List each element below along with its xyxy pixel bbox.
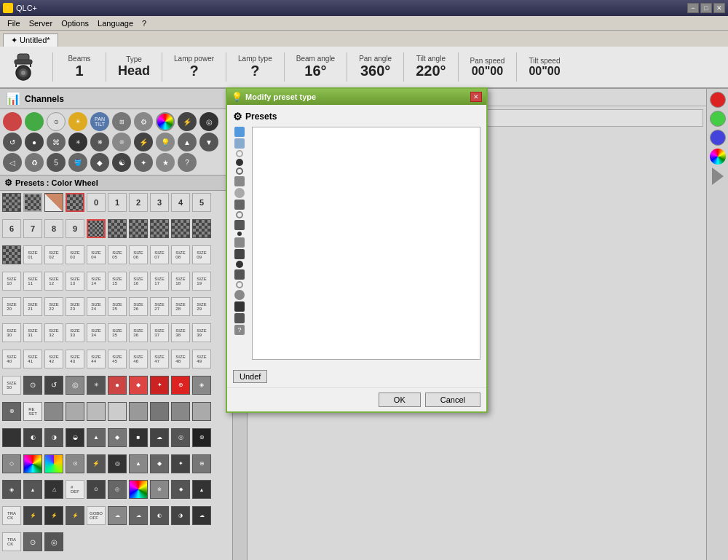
dialog-icon-strip: ? xyxy=(233,127,246,360)
dialog-close-button[interactable]: ✕ xyxy=(470,92,482,102)
dialog-strip-icon-20[interactable]: ? xyxy=(234,325,245,335)
dialog-strip-icon-11[interactable] xyxy=(237,232,242,236)
modify-preset-dialog: 💡 Modify preset type ✕ ⚙ Presets xyxy=(226,87,488,413)
dialog-strip-icon-4[interactable] xyxy=(236,159,243,166)
dialog-strip-icon-13[interactable] xyxy=(234,249,245,259)
dialog-strip-icon-9[interactable] xyxy=(236,211,243,218)
dialog-title-left: 💡 Modify preset type xyxy=(232,92,316,102)
dialog-buttons: OK Cancel xyxy=(227,387,486,411)
dialog-content-area: ⚙ Presets xyxy=(227,105,486,366)
dialog-strip-icon-5[interactable] xyxy=(236,167,243,175)
dialog-strip-icon-15[interactable] xyxy=(234,269,245,280)
dialog-strip-icon-16[interactable] xyxy=(236,281,243,288)
dialog-strip-icon-7[interactable] xyxy=(234,188,245,198)
dialog-presets-header: ⚙ Presets xyxy=(233,111,480,122)
dialog-strip-icon-3[interactable] xyxy=(236,150,243,157)
dialog-strip-icon-18[interactable] xyxy=(234,301,245,312)
dialog-presets-label: Presets xyxy=(245,111,277,122)
dialog-strip-icon-6[interactable] xyxy=(234,176,245,186)
dialog-title-bar: 💡 Modify preset type ✕ xyxy=(227,89,486,105)
dialog-strip-icon-1[interactable] xyxy=(234,127,245,137)
ok-button[interactable]: OK xyxy=(379,393,421,407)
modal-overlay: 💡 Modify preset type ✕ ⚙ Presets xyxy=(0,0,728,560)
dialog-list-content xyxy=(252,127,480,360)
dialog-list-area: ? xyxy=(233,127,480,360)
dialog-bottom: Undef xyxy=(227,366,486,387)
dialog-strip-icon-10[interactable] xyxy=(234,220,245,230)
dialog-strip-icon-2[interactable] xyxy=(234,138,245,149)
dialog-strip-icon-19[interactable] xyxy=(234,313,245,323)
cancel-button[interactable]: Cancel xyxy=(425,393,480,407)
dialog-strip-icon-12[interactable] xyxy=(234,237,245,248)
dialog-strip-icon-8[interactable] xyxy=(234,200,245,210)
dialog-strip-icon-17[interactable] xyxy=(234,290,245,300)
undef-button[interactable]: Undef xyxy=(233,370,267,383)
dialog-title: Modify preset type xyxy=(245,92,316,101)
dialog-strip-icon-14[interactable] xyxy=(236,261,243,268)
